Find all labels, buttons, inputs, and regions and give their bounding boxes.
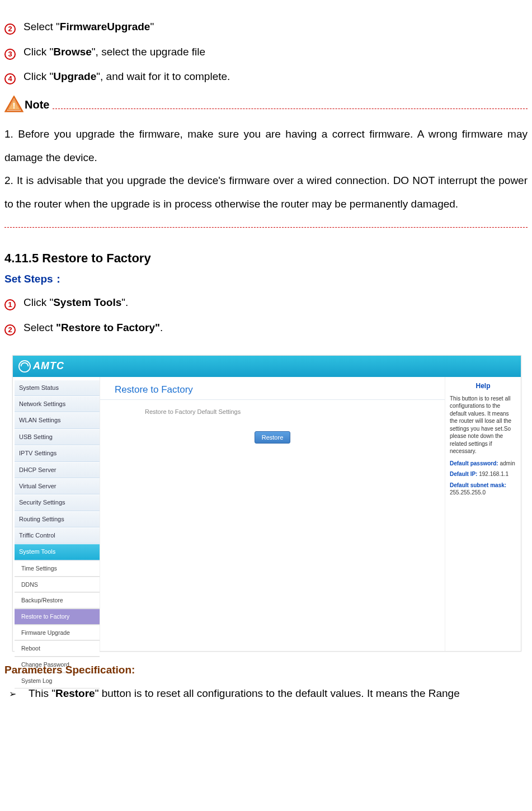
sidebar-item[interactable]: WLAN Settings (15, 412, 100, 428)
sidebar-sub-item[interactable]: DDNS (15, 577, 100, 593)
router-main-pane: Restore to Factory Restore to Factory De… (100, 377, 445, 651)
sidebar-item[interactable]: Routing Settings (15, 511, 100, 527)
svg-text:!: ! (13, 100, 16, 110)
note-p1: 1. Before you upgrade the firmware, make… (4, 122, 528, 169)
bullet-after: " button is to reset all configurations … (95, 687, 460, 699)
pane-subtext: Restore to Factory Default Settings (100, 400, 445, 416)
brand-logo-icon (18, 360, 31, 373)
help-ip-value: 192.168.1.1 (477, 471, 509, 477)
step-row: 2Select "Restore to Factory". (4, 320, 528, 336)
note-p2: 2. It is advisable that you upgrade the … (4, 169, 528, 216)
sidebar-sub-item[interactable]: Restore to Factory (15, 609, 100, 625)
step-row: 3Click "Browse", select the upgrade file (4, 45, 528, 60)
params-spec-heading: Parameters Specification: (4, 663, 528, 678)
help-title: Help (450, 381, 516, 390)
sidebar-sub-item[interactable]: Time Settings (15, 560, 100, 577)
step-text: Select "Restore to Factory". (23, 320, 528, 336)
circled-number: 2 (4, 324, 16, 336)
pane-title: Restore to Factory (100, 379, 445, 400)
step-text: Click "System Tools". (23, 295, 528, 310)
step-text: Select "FirmwareUpgrade" (23, 20, 528, 35)
sidebar-sub-item[interactable]: Reboot (15, 640, 100, 657)
sidebar-item[interactable]: Network Settings (15, 396, 100, 412)
help-ip-label: Default IP: (450, 471, 477, 477)
help-mask-label: Default subnet mask: (450, 482, 506, 488)
step-text: Click "Browse", select the upgrade file (23, 45, 528, 60)
section-title: 4.11.5 Restore to Factory (4, 250, 528, 267)
sidebar-item[interactable]: IPTV Settings (15, 445, 100, 461)
help-password-value: admin (498, 460, 515, 466)
sidebar-sub-item[interactable]: Backup/Restore (15, 592, 100, 609)
brand-text: AMTC (33, 359, 64, 373)
sidebar-item[interactable]: USB Setting (15, 429, 100, 445)
help-password-label: Default password: (450, 460, 498, 466)
note-label: Note (25, 97, 49, 112)
sidebar-item[interactable]: Virtual Server (15, 478, 100, 494)
params-bullet: ➢ This "Restore" button is to reset all … (4, 686, 528, 701)
restore-button[interactable]: Restore (255, 431, 291, 444)
sidebar-sub-item[interactable]: Firmware Upgrade (15, 625, 100, 641)
bullet-bold: Restore (55, 687, 95, 699)
circled-number: 1 (4, 299, 16, 310)
warning-icon: ! (4, 96, 23, 112)
help-mask-value: 255.255.255.0 (450, 489, 486, 496)
router-ui-screenshot: AMTC System StatusNetwork SettingsWLAN S… (12, 355, 521, 652)
step-text: Click "Upgrade", and wait for it to comp… (23, 69, 528, 84)
circled-number: 3 (4, 49, 16, 60)
help-body: This button is to reset all configuratio… (450, 395, 516, 455)
help-pane: Help This button is to reset all configu… (445, 377, 521, 651)
note-end-divider (4, 227, 528, 228)
bullet-icon: ➢ (9, 688, 16, 700)
router-sidebar: System StatusNetwork SettingsWLAN Settin… (13, 377, 100, 651)
step-row: 2Select "FirmwareUpgrade" (4, 20, 528, 35)
sidebar-item[interactable]: DHCP Server (15, 462, 100, 478)
router-header: AMTC (13, 356, 521, 377)
circled-number: 4 (4, 73, 16, 84)
sidebar-item[interactable]: Security Settings (15, 494, 100, 511)
step-row: 4Click "Upgrade", and wait for it to com… (4, 69, 528, 84)
note-divider (53, 109, 528, 109)
set-steps-label: Set Steps： (4, 272, 528, 287)
sidebar-item[interactable]: Triffic Control (15, 527, 100, 544)
bullet-before: This " (29, 687, 55, 699)
step-row: 1Click "System Tools". (4, 295, 528, 310)
sidebar-item[interactable]: System Status (15, 380, 100, 396)
sidebar-item[interactable]: System Tools (15, 544, 100, 560)
circled-number: 2 (4, 23, 16, 35)
